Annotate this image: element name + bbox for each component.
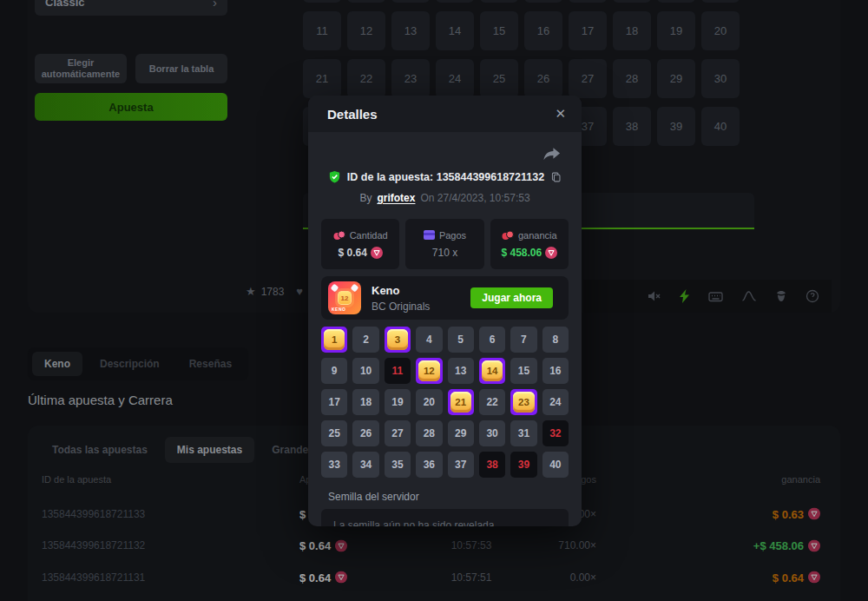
result-cell-15: 15 [510, 358, 536, 384]
server-seed-label: Semilla del servidor [328, 491, 419, 503]
keno-brand-label: KENO [332, 307, 345, 312]
by-label: By [359, 192, 372, 204]
hit-gem: 12 [418, 360, 439, 381]
result-number-grid: 1234567891011121314151617181920212223242… [321, 327, 569, 478]
verified-shield-icon [328, 170, 341, 183]
result-cell-27: 27 [385, 420, 411, 446]
result-cell-17: 17 [321, 389, 347, 415]
result-cell-35: 35 [385, 452, 411, 478]
game-name: Keno [372, 284, 430, 297]
stat-value: $ 458.06 [501, 247, 557, 259]
bet-datetime: On 27/4/2023, 10:57:53 [420, 192, 529, 204]
result-cell-10: 10 [352, 358, 378, 384]
stat-box-ganancia: ganancia$ 458.06 [490, 219, 569, 269]
stat-label-text: ganancia [518, 230, 557, 241]
result-cell-14: 14 [479, 358, 505, 384]
amount-coins-icon [333, 230, 345, 241]
stat-value-text: $ 458.06 [501, 247, 542, 259]
result-cell-9: 9 [321, 358, 347, 384]
hit-gem: 21 [450, 392, 471, 413]
bet-id-value: 135844399618721132 [437, 171, 544, 183]
result-cell-30: 30 [479, 420, 505, 446]
coin-icon [545, 247, 557, 259]
result-cell-6: 6 [479, 327, 505, 353]
result-cell-33: 33 [321, 452, 347, 478]
result-cell-38: 38 [479, 452, 505, 478]
copy-icon[interactable] [550, 171, 562, 183]
result-cell-21: 21 [448, 389, 474, 415]
hit-gem: 3 [387, 329, 408, 350]
result-cell-37: 37 [448, 452, 474, 478]
dice-icon [331, 284, 339, 293]
result-cell-1: 1 [321, 327, 347, 353]
result-cell-16: 16 [542, 358, 569, 384]
result-cell-29: 29 [448, 420, 474, 446]
stat-value-text: $ 0.64 [338, 247, 366, 259]
bet-stats-row: Cantidad$ 0.64Pagos710 xganancia$ 458.06 [321, 219, 569, 269]
result-cell-11: 11 [385, 358, 411, 384]
hit-gem: 14 [482, 360, 503, 381]
result-cell-2: 2 [352, 327, 378, 353]
result-cell-5: 5 [448, 327, 474, 353]
dice-icon [351, 284, 359, 293]
stat-label: ganancia [502, 230, 557, 241]
result-cell-12: 12 [416, 358, 442, 384]
close-icon[interactable]: ✕ [555, 106, 566, 122]
result-cell-4: 4 [416, 327, 442, 353]
stat-box-pagos: Pagos710 x [405, 219, 483, 269]
modal-header: Detalles ✕ [308, 96, 582, 132]
result-cell-18: 18 [352, 389, 378, 415]
result-cell-26: 26 [352, 420, 378, 446]
stat-value-text: 710 x [432, 247, 457, 259]
play-now-button[interactable]: Jugar ahora [470, 287, 553, 308]
bet-id-row: ID de la apuesta: 135844399618721132 [308, 170, 582, 183]
result-cell-34: 34 [352, 452, 378, 478]
keno-game-icon: 12 KENO [328, 281, 361, 314]
bet-author-row: By grifotex On 27/4/2023, 10:57:53 [308, 192, 582, 204]
result-cell-28: 28 [416, 420, 442, 446]
stat-value: 710 x [432, 247, 457, 259]
result-cell-13: 13 [448, 358, 474, 384]
modal-title: Detalles [327, 107, 378, 122]
result-cell-39: 39 [510, 452, 536, 478]
stat-label-text: Cantidad [350, 230, 388, 241]
coin-icon [371, 247, 383, 259]
hit-gem: 23 [513, 392, 534, 413]
stat-box-cantidad: Cantidad$ 0.64 [321, 219, 399, 269]
result-cell-20: 20 [416, 389, 442, 415]
result-cell-31: 31 [510, 420, 536, 446]
profit-coins-icon [502, 230, 514, 241]
stat-label: Cantidad [333, 230, 388, 241]
server-seed-field[interactable]: La semilla aún no ha sido revelada [321, 509, 569, 526]
username-link[interactable]: grifotex [377, 192, 415, 204]
bet-id-text: ID de la apuesta: 135844399618721132 [347, 171, 544, 183]
stat-label: Pagos [424, 230, 466, 241]
result-cell-25: 25 [321, 420, 347, 446]
hit-gem: 1 [324, 329, 345, 350]
result-cell-19: 19 [385, 389, 411, 415]
result-cell-22: 22 [479, 389, 505, 415]
game-provider: BC Originals [372, 300, 430, 313]
bet-details-modal: Detalles ✕ ID de la apuesta: 13584439961… [308, 96, 582, 526]
result-cell-36: 36 [416, 452, 442, 478]
result-cell-3: 3 [385, 327, 411, 353]
result-cell-8: 8 [542, 327, 569, 353]
stat-label-text: Pagos [439, 230, 466, 241]
result-cell-24: 24 [542, 389, 569, 415]
result-cell-23: 23 [510, 389, 536, 415]
payout-wallet-icon [424, 230, 435, 240]
keno-page: Classic › Elegir automáticamente Borrar … [0, 0, 868, 601]
keno-tile-number: 12 [338, 291, 352, 305]
result-cell-7: 7 [510, 327, 536, 353]
share-icon[interactable] [542, 146, 561, 165]
game-card: 12 KENO Keno BC Originals Jugar ahora [321, 276, 569, 320]
result-cell-40: 40 [542, 452, 569, 478]
stat-value: $ 0.64 [338, 247, 382, 259]
game-card-titles: Keno BC Originals [372, 284, 430, 313]
result-cell-32: 32 [542, 420, 569, 446]
